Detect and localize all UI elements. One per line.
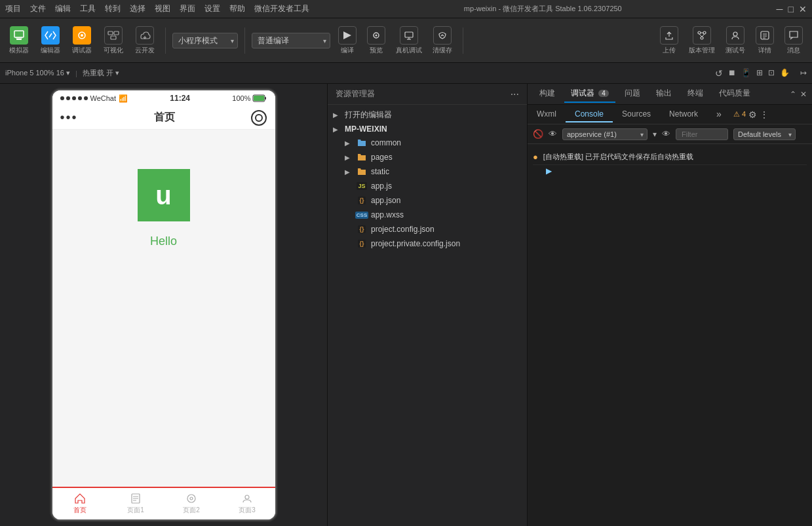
editor-button[interactable]: 编辑器 (37, 24, 64, 58)
file-project-private-config[interactable]: {} project.private.config.json (328, 236, 527, 251)
maximize-button[interactable]: □ (788, 4, 794, 14)
debug-tabs: 构建 调试器 4 问题 输出 终端 代码质量 (533, 85, 757, 103)
menu-select[interactable]: 选择 (130, 3, 145, 14)
eye2-icon[interactable]: 👁 (662, 129, 670, 139)
svg-rect-8 (111, 36, 116, 39)
tab-page1[interactable]: 页面1 (108, 488, 164, 519)
folder-pages[interactable]: ▶ pages (328, 150, 527, 164)
file-project-config[interactable]: {} project.config.json (328, 222, 527, 236)
clean-cache-button[interactable]: 清缓存 (429, 24, 456, 58)
record-btn[interactable] (251, 110, 267, 126)
folder-static[interactable]: ▶ static (328, 164, 527, 179)
tab-build[interactable]: 构建 (533, 85, 562, 103)
settings-icon[interactable]: ⚙ (748, 109, 757, 120)
appwxss-label: app.wxss (371, 210, 404, 219)
cloud-button[interactable]: 云开发 (131, 24, 159, 58)
expand-icon[interactable]: ⌃ (790, 90, 796, 99)
hot-reload-toggle[interactable]: 热重载 开 ▾ (83, 68, 119, 78)
menu-tools[interactable]: 工具 (80, 3, 96, 14)
layout-icon[interactable]: ⊞ (756, 68, 763, 79)
visualize-button[interactable]: 可视化 (100, 24, 127, 58)
tab-terminal[interactable]: 终端 (681, 85, 710, 103)
tab-output[interactable]: 输出 (649, 85, 678, 103)
signal-dots (60, 96, 88, 100)
phone-tabbar: 首页 页面1 页面2 (52, 487, 275, 519)
preview-button[interactable]: 预览 (363, 24, 389, 58)
context-expand-icon[interactable]: ▾ (653, 130, 657, 139)
menu-project[interactable]: 项目 (5, 3, 21, 14)
test-button[interactable]: 测试号 (722, 24, 749, 58)
real-debug-label: 真机调试 (396, 46, 422, 55)
menu-interface[interactable]: 界面 (180, 3, 195, 14)
tab-issues[interactable]: 问题 (618, 85, 647, 103)
tab-home[interactable]: 首页 (52, 488, 108, 519)
compile-button[interactable]: 编译 (334, 24, 360, 58)
message-icon (784, 26, 803, 45)
page2-icon (185, 493, 197, 504)
svg-rect-0 (14, 31, 24, 37)
tab-page3-label: 页面3 (239, 506, 256, 515)
hand-icon[interactable]: ✋ (780, 68, 790, 79)
eye-icon[interactable]: 👁 (549, 129, 557, 139)
refresh-icon[interactable]: ↺ (715, 68, 723, 79)
subtab-wxml[interactable]: Wxml (528, 107, 566, 122)
file-appjson[interactable]: {} app.json (328, 193, 527, 208)
copy-icon[interactable]: ⊡ (768, 68, 775, 79)
close-debug-icon[interactable]: ✕ (800, 90, 807, 99)
menu-goto[interactable]: 转到 (105, 3, 121, 14)
debug-tab-controls: ⌃ ✕ (790, 90, 807, 99)
simulator-button[interactable]: 模拟器 (5, 24, 33, 58)
file-appwxss[interactable]: CSS app.wxss (328, 208, 527, 222)
tab-page2-label: 页面2 (183, 506, 200, 515)
more-options-icon[interactable]: ⋮ (760, 109, 769, 120)
tab-page3[interactable]: 页面3 (220, 488, 275, 519)
device-info[interactable]: iPhone 5 100% 16 ▾ (5, 69, 70, 77)
real-debug-button[interactable]: 真机调试 (392, 24, 426, 58)
more-icon[interactable]: ··· (511, 88, 519, 100)
tab-code-quality[interactable]: 代码质量 (712, 85, 757, 103)
subtab-more[interactable]: » (707, 106, 731, 123)
menu-settings[interactable]: 设置 (204, 3, 220, 14)
menu-help[interactable]: 帮助 (229, 3, 245, 14)
version-button[interactable]: 版本管理 (685, 24, 719, 58)
subtab-sources[interactable]: Sources (613, 107, 660, 122)
phone-icon[interactable]: 📱 (741, 68, 751, 79)
detail-button[interactable]: 详情 (752, 24, 778, 58)
subtab-network[interactable]: Network (660, 107, 707, 122)
svg-point-15 (698, 31, 701, 34)
filter-input[interactable] (676, 128, 728, 140)
block-icon[interactable]: 🚫 (533, 129, 543, 139)
close-button[interactable]: ✕ (799, 4, 807, 14)
file-appjs[interactable]: JS app.js (328, 179, 527, 193)
phone-content: u Hello (52, 130, 275, 487)
debugger-button[interactable]: 调试器 (68, 24, 96, 58)
compile-dropdown[interactable]: 普通编译 (252, 33, 330, 48)
svg-point-17 (701, 37, 703, 39)
tab-page2[interactable]: 页面2 (164, 488, 220, 519)
menu-file[interactable]: 文件 (30, 3, 46, 14)
menu-wechat-devtools[interactable]: 微信开发者工具 (254, 3, 309, 14)
minimize-button[interactable]: ─ (777, 4, 783, 14)
arrow-icon[interactable]: ↦ (800, 68, 807, 79)
svg-line-19 (699, 34, 702, 37)
open-editors-item[interactable]: ▶ 打开的编辑器 (328, 107, 527, 122)
project-private-config-icon: {} (357, 238, 367, 249)
file-tree-content: ▶ 打开的编辑器 ▶ MP-WEIXIN ▶ common ▶ (328, 105, 527, 526)
upload-button[interactable]: 上传 (656, 24, 682, 58)
subtab-console[interactable]: Console (566, 107, 613, 122)
appservice-dropdown[interactable]: appservice (#1) (562, 128, 648, 140)
wxss-file-icon: CSS (357, 210, 367, 220)
folder-common[interactable]: ▶ common (328, 136, 527, 150)
mode-dropdown[interactable]: 小程序模式 (172, 33, 238, 48)
clean-cache-label: 清缓存 (433, 46, 452, 55)
stop-icon[interactable]: ⏹ (728, 68, 736, 79)
menu-dots-left[interactable]: ••• (60, 110, 78, 125)
pages-arrow: ▶ (345, 154, 353, 161)
message-button[interactable]: 消息 (781, 24, 807, 58)
root-folder[interactable]: ▶ MP-WEIXIN (328, 122, 527, 136)
test-icon (726, 26, 744, 45)
tab-debugger[interactable]: 调试器 4 (564, 85, 615, 103)
menu-edit[interactable]: 编辑 (55, 3, 71, 14)
menu-view[interactable]: 视图 (155, 3, 170, 14)
levels-dropdown[interactable]: Default levels (733, 128, 796, 140)
